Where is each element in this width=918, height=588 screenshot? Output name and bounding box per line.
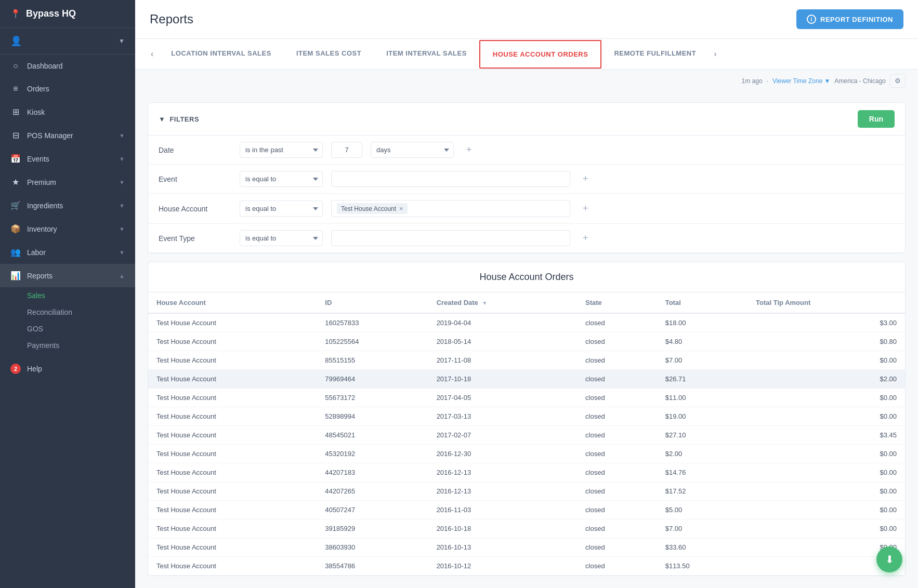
filter-house-account-label: House Account: [159, 205, 231, 213]
cell-house-account: Test House Account: [148, 426, 317, 445]
tab-item-interval-sales[interactable]: ITEM INTERVAL SALES: [374, 40, 479, 68]
cell-date: 2017-04-05: [428, 389, 577, 407]
tab-remote-fulfillment[interactable]: REMOTE FULFILLMENT: [601, 40, 709, 68]
report-definition-button[interactable]: i REPORT DEFINITION: [796, 9, 903, 29]
filter-event-type-add-icon[interactable]: +: [583, 233, 588, 244]
sidebar-item-reports-label: Reports: [27, 272, 53, 280]
cell-state: closed: [577, 332, 657, 351]
tab-item-sales-cost[interactable]: ITEM SALES COST: [284, 40, 374, 68]
timezone-link[interactable]: Viewer Time Zone ▼: [772, 77, 830, 85]
filter-date-number[interactable]: [331, 142, 362, 158]
filter-event-operator[interactable]: is equal to: [240, 171, 323, 187]
cell-date: 2016-11-03: [428, 501, 577, 519]
cell-tip: $0.00: [747, 351, 905, 370]
sidebar-item-pos-manager-label: POS Manager: [27, 131, 73, 140]
filters-header: ▼ FILTERS Run: [148, 103, 905, 136]
sidebar-item-dashboard[interactable]: ○ Dashboard: [0, 55, 135, 77]
cell-house-account: Test House Account: [148, 313, 317, 332]
filter-event-type-operator[interactable]: is equal to: [240, 230, 323, 246]
timezone-value: America - Chicago: [834, 77, 886, 85]
tab-next-arrow[interactable]: ›: [709, 39, 722, 69]
sidebar-item-reports[interactable]: 📊 Reports ▲: [0, 264, 135, 287]
cell-house-account: Test House Account: [148, 482, 317, 501]
timezone-label: Viewer Time Zone: [772, 77, 823, 85]
tab-prev-arrow[interactable]: ‹: [146, 39, 159, 69]
sidebar-item-help[interactable]: 2 Help: [0, 357, 135, 381]
filter-date-operator[interactable]: is in the past: [240, 142, 323, 158]
cell-house-account: Test House Account: [148, 332, 317, 351]
filter-event-add-icon[interactable]: +: [583, 173, 588, 184]
cell-total: $11.00: [657, 389, 747, 407]
content-area: 1m ago · Viewer Time Zone ▼ America - Ch…: [135, 70, 918, 588]
filter-row-event-type: Event Type is equal to +: [148, 224, 905, 253]
filter-house-account-tag-remove[interactable]: ×: [399, 205, 403, 212]
col-house-account: House Account: [148, 292, 317, 313]
cell-tip: $0.80: [747, 332, 905, 351]
cell-id: 38603930: [317, 538, 428, 557]
cell-state: closed: [577, 463, 657, 482]
sidebar-item-kiosk[interactable]: ⊞ Kiosk: [0, 100, 135, 124]
ingredients-icon: 🛒: [10, 201, 21, 210]
filter-house-account-add-icon[interactable]: +: [583, 203, 588, 214]
run-button[interactable]: Run: [858, 110, 895, 128]
tab-house-account-orders[interactable]: HOUSE ACCOUNT ORDERS: [479, 40, 602, 69]
col-state: State: [577, 292, 657, 313]
tab-location-interval-sales-label: LOCATION INTERVAL SALES: [171, 49, 271, 57]
cell-state: closed: [577, 538, 657, 557]
filter-event-type-value[interactable]: [331, 230, 570, 246]
table-body: Test House Account 160257833 2019-04-04 …: [148, 313, 905, 576]
cell-state: closed: [577, 351, 657, 370]
sidebar-item-ingredients-label: Ingredients: [27, 202, 63, 210]
cell-id: 38554786: [317, 557, 428, 576]
sidebar-item-premium[interactable]: ★ Premium ▼: [0, 170, 135, 194]
table-row: Test House Account 39185929 2016-10-18 c…: [148, 519, 905, 538]
filter-event-value[interactable]: [331, 171, 570, 187]
download-icon: ⬇: [885, 553, 894, 566]
cell-tip: $0.00: [747, 407, 905, 426]
cell-id: 48545021: [317, 426, 428, 445]
cell-date: 2018-05-14: [428, 332, 577, 351]
timezone-dot: ·: [767, 77, 768, 85]
premium-chevron-icon: ▼: [119, 179, 125, 185]
user-chevron-icon: ▼: [119, 37, 125, 45]
sidebar-sub-payments[interactable]: Payments: [27, 337, 135, 354]
cell-state: closed: [577, 482, 657, 501]
cell-tip: $0.00: [747, 445, 905, 463]
sidebar-item-labor[interactable]: 👥 Labor ▼: [0, 240, 135, 264]
sidebar-item-pos-manager[interactable]: ⊟ POS Manager ▼: [0, 124, 135, 147]
sidebar-item-orders[interactable]: ≡ Orders: [0, 77, 135, 100]
cell-total: $27.10: [657, 426, 747, 445]
sidebar-item-ingredients[interactable]: 🛒 Ingredients ▼: [0, 194, 135, 217]
table-row: Test House Account 45320192 2016-12-30 c…: [148, 445, 905, 463]
labor-icon: 👥: [10, 247, 21, 257]
tab-location-interval-sales[interactable]: LOCATION INTERVAL SALES: [159, 40, 284, 68]
filter-house-account-operator[interactable]: is equal to: [240, 201, 323, 217]
sidebar-item-premium-label: Premium: [27, 178, 56, 186]
filter-date-add-icon[interactable]: +: [466, 144, 472, 155]
cell-date: 2017-02-07: [428, 426, 577, 445]
download-button[interactable]: ⬇: [876, 546, 902, 572]
table-row: Test House Account 38554786 2016-10-12 c…: [148, 557, 905, 576]
filter-event-type-label: Event Type: [159, 234, 231, 243]
sidebar-item-events[interactable]: 📅 Events ▼: [0, 147, 135, 170]
cell-tip: $2.00: [747, 370, 905, 389]
cell-tip: $0.00: [747, 519, 905, 538]
cell-state: closed: [577, 407, 657, 426]
report-def-btn-label: REPORT DEFINITION: [820, 16, 893, 23]
col-created-date[interactable]: Created Date ▼: [428, 292, 577, 313]
sidebar-sub-reconciliation[interactable]: Reconciliation: [27, 304, 135, 320]
timezone-chevron-icon: ▼: [824, 77, 830, 85]
tabs-bar: ‹ LOCATION INTERVAL SALES ITEM SALES COS…: [135, 39, 918, 70]
user-icon: 👤: [10, 35, 22, 47]
cell-tip: $0.00: [747, 389, 905, 407]
sidebar-item-inventory[interactable]: 📦 Inventory ▼: [0, 217, 135, 240]
cell-house-account: Test House Account: [148, 351, 317, 370]
user-menu[interactable]: 👤 ▼: [0, 28, 135, 55]
sidebar-sub-sales[interactable]: Sales: [27, 287, 135, 304]
sidebar-sub-gos[interactable]: GOS: [27, 320, 135, 337]
cell-state: closed: [577, 313, 657, 332]
settings-button[interactable]: ⚙: [890, 74, 906, 88]
filters-arrow-icon: ▼: [159, 115, 165, 123]
filter-date-unit[interactable]: days: [371, 142, 454, 158]
filter-date-label: Date: [159, 146, 231, 154]
